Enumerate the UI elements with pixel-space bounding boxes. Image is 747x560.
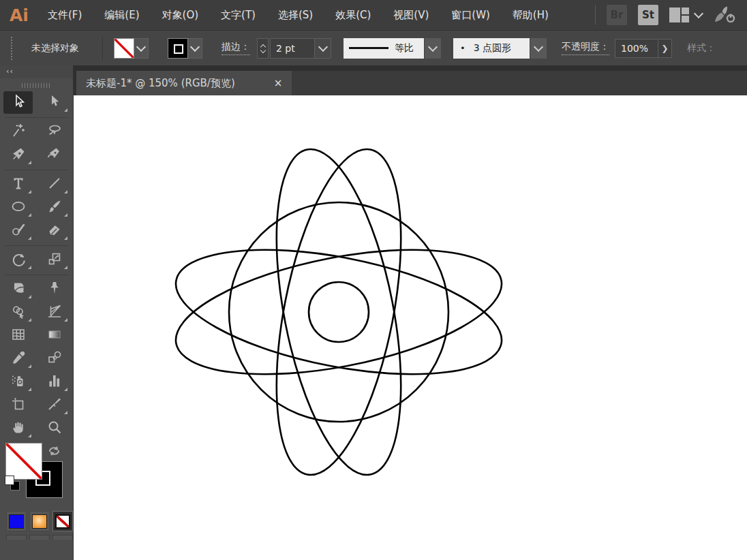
stroke-dropdown-button[interactable] [188,38,202,59]
tool-pen[interactable] [0,144,37,167]
menu-item-5[interactable]: 效果(C) [335,9,371,22]
width-profile-label: 等比 [395,42,414,55]
fill-color-control[interactable] [114,38,149,59]
puppet-warp-icon [46,280,63,299]
menu-item-4[interactable]: 选择(S) [278,9,313,22]
chevron-down-icon [136,42,146,52]
menu-items: 文件(F)编辑(E)对象(O)文字(T)选择(S)效果(C)视图(V)窗口(W)… [48,9,549,22]
menu-bar: Ai 文件(F)编辑(E)对象(O)文字(T)选择(S)效果(C)视图(V)窗口… [0,0,747,30]
tool-shape-builder[interactable] [0,301,37,324]
stroke-color-control[interactable] [168,38,202,59]
brush-definition-chevron[interactable] [530,38,547,59]
default-fill-stroke-button[interactable] [5,476,20,491]
tool-symbol-sprayer[interactable] [0,371,37,394]
gpu-performance-rocket-icon[interactable] [713,3,736,27]
bridge-button[interactable]: Br [607,5,627,25]
menu-item-3[interactable]: 文字(T) [221,9,256,22]
tools-panel-collapse-button[interactable]: ‹‹ [0,65,73,78]
artwork-ellipse-3[interactable] [166,227,512,397]
tool-type[interactable] [0,173,37,196]
tool-perspective-grid[interactable] [37,301,74,324]
menu-item-6[interactable]: 视图(V) [393,9,429,22]
ellipse-icon [10,198,27,217]
tool-magic-wand[interactable] [0,121,37,144]
workspace-switcher[interactable] [669,7,702,22]
opacity-field[interactable]: 100% [615,39,658,58]
width-profile-dropdown[interactable]: 等比 [344,38,441,59]
tool-eyedropper[interactable] [0,347,37,371]
swap-fill-stroke-icon[interactable] [46,443,63,461]
tool-column-graph[interactable] [37,371,74,394]
tool-gradient[interactable] [37,324,74,347]
artwork-ellipse-0[interactable] [254,139,424,485]
fill-none-swatch[interactable] [114,38,134,59]
tool-blend[interactable] [37,347,74,371]
menu-item-7[interactable]: 窗口(W) [451,9,490,22]
tool-curvature[interactable] [37,144,74,167]
tools-panel-drag-handle[interactable] [22,83,52,88]
tool-eraser[interactable] [37,219,74,243]
tool-scale[interactable] [37,249,74,272]
artwork-circle-0[interactable] [229,202,448,422]
tab-close-icon[interactable]: × [270,77,286,89]
symbol-sprayer-icon [10,373,27,392]
stroke-weight-field[interactable]: 2 pt [270,38,315,59]
menu-item-8[interactable]: 帮助(H) [513,9,549,22]
tool-selection[interactable] [0,91,37,114]
hidden-tools-triangle-icon [64,236,67,240]
tool-rotate[interactable] [0,249,37,272]
stroke-black-swatch[interactable] [168,38,188,59]
tool-puppet-warp[interactable] [37,278,74,301]
artwork-circle-1[interactable] [309,282,369,342]
document-tab-bar: 未标题-1* @ 150% (RGB/预览) × [74,65,747,95]
panel-drag-handle[interactable] [11,37,12,60]
tool-shaper[interactable] [0,219,37,243]
hidden-tools-triangle-icon [28,388,31,391]
tool-width[interactable] [0,278,37,301]
hidden-tools-triangle-icon [64,388,67,391]
artwork-ellipse-2[interactable] [166,227,512,397]
tool-lasso[interactable] [37,121,74,144]
tool-mesh[interactable] [0,324,37,347]
tool-artboard[interactable] [0,394,37,417]
opacity-panel-link[interactable]: 不透明度： [562,41,609,55]
stroke-weight-stepper[interactable] [257,38,269,59]
artwork-ellipse-1[interactable] [254,139,424,485]
fill-proxy-swatch[interactable] [5,443,42,480]
document-tab[interactable]: 未标题-1* @ 150% (RGB/预览) × [76,71,292,95]
tool-line-segment[interactable] [37,173,74,196]
opacity-expand-button[interactable]: ❯ [658,39,672,58]
atom-flower-artwork [74,95,746,560]
color-button[interactable] [6,511,27,531]
fill-dropdown-button[interactable] [134,38,149,59]
clipped-bottom-buttons [0,535,73,540]
tab-bar-empty-space [292,71,747,95]
tool-grid [0,91,73,440]
menu-item-2[interactable]: 对象(O) [162,9,199,22]
none-button[interactable] [52,511,73,531]
brush-definition-dropdown[interactable]: • 3 点圆形 [453,38,547,59]
tool-hand[interactable] [0,417,37,440]
brush-definition-label: 3 点圆形 [474,42,511,55]
tool-zoom[interactable] [37,417,74,440]
slice-icon [46,396,63,415]
chevron-down-icon [190,42,200,52]
menu-item-1[interactable]: 编辑(E) [104,9,139,22]
scale-icon [46,251,63,270]
hidden-tools-triangle-icon [28,266,31,269]
direct-selection-icon [46,93,63,112]
artboard-canvas[interactable] [74,95,747,560]
fill-stroke-proxy [0,443,73,505]
tool-slice[interactable] [37,394,74,417]
menu-item-0[interactable]: 文件(F) [48,9,82,22]
tool-ellipse[interactable] [0,196,37,219]
stroke-panel-link[interactable]: 描边： [222,41,250,55]
stroke-weight-dropdown[interactable] [315,38,331,59]
tool-direct-selection[interactable] [37,91,74,114]
curvature-icon [46,146,63,165]
tool-paintbrush[interactable] [37,196,74,219]
width-profile-chevron[interactable] [424,38,441,59]
stock-button[interactable]: St [638,5,658,25]
artboard-icon [10,396,27,415]
gradient-button[interactable] [29,511,50,531]
